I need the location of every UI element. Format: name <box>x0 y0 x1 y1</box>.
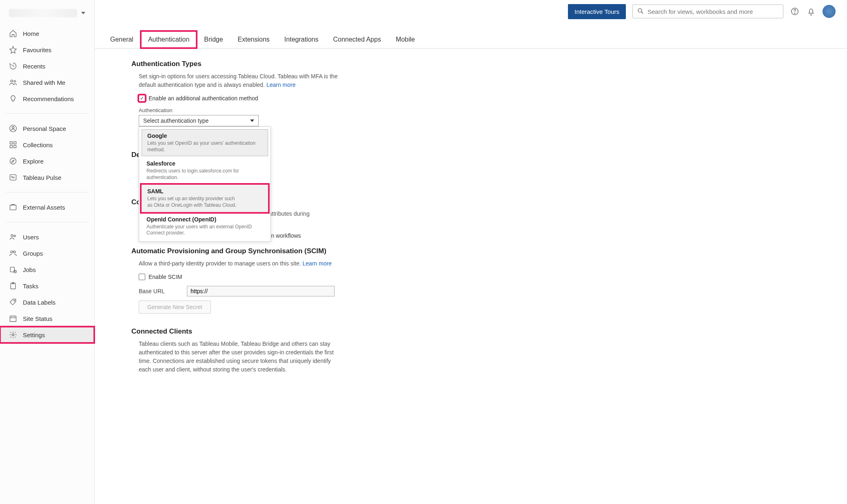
pulse-icon <box>9 173 17 181</box>
enable-scim-checkbox[interactable] <box>139 274 145 280</box>
sidebar-item-label: Recommendations <box>23 95 74 102</box>
tab-general[interactable]: General <box>103 31 141 48</box>
interactive-tours-button[interactable]: Interactive Tours <box>568 4 626 19</box>
enable-scim-label: Enable SCIM <box>149 274 182 280</box>
sidebar-item-shared[interactable]: Shared with Me <box>0 74 94 91</box>
auth-select-box[interactable]: Select authentication type <box>139 115 259 126</box>
divider <box>6 113 89 114</box>
enable-additional-auth-checkbox[interactable] <box>139 95 145 102</box>
connected-clients-desc: Tableau clients such as Tableau Mobile, … <box>139 340 339 374</box>
user-avatar[interactable] <box>823 5 836 18</box>
sidebar-item-label: External Assets <box>23 204 65 211</box>
auth-option-salesforce[interactable]: Salesforce Redirects users to login.sale… <box>141 157 269 184</box>
sidebar-item-label: Favourites <box>23 46 51 53</box>
base-url-row: Base URL <box>139 286 454 296</box>
auth-option-desc: Authenticate your users with an external… <box>146 224 253 237</box>
auth-option-saml[interactable]: SAML Lets you set up an identity provide… <box>142 185 268 212</box>
enable-scim-row: Enable SCIM <box>139 274 454 280</box>
search-icon <box>637 7 644 16</box>
search-box[interactable] <box>632 4 783 18</box>
sidebar-item-label: Tasks <box>23 283 38 290</box>
auth-option-title: Google <box>147 133 262 139</box>
svg-point-8 <box>10 158 16 164</box>
notifications-icon[interactable] <box>806 7 816 16</box>
sidebar-item-data-labels[interactable]: Data Labels <box>0 294 94 310</box>
sidebar-item-label: Data Labels <box>23 299 55 306</box>
auth-select-value: Select authentication type <box>143 117 208 124</box>
svg-point-14 <box>13 251 16 253</box>
svg-point-12 <box>14 235 16 237</box>
auth-option-google[interactable]: Google Lets you set OpenID as your users… <box>142 129 268 156</box>
sidebar-item-site-status[interactable]: Site Status <box>0 310 94 327</box>
svg-point-19 <box>14 300 15 301</box>
sidebar-item-explore[interactable]: Explore <box>0 153 94 169</box>
auth-option-title: OpenId Connect (OpenID) <box>146 216 263 223</box>
divider <box>6 222 89 222</box>
sidebar-item-tasks[interactable]: Tasks <box>0 278 94 294</box>
sidebar-item-label: Recents <box>23 63 45 70</box>
divider <box>6 192 89 192</box>
site-name-redacted <box>9 9 77 17</box>
tab-connected-apps[interactable]: Connected Apps <box>326 31 388 48</box>
auth-option-desc: Lets you set up an identity provider suc… <box>147 196 241 208</box>
collections-icon <box>9 141 17 149</box>
chevron-down-icon <box>250 119 254 122</box>
sidebar-item-recents[interactable]: Recents <box>0 58 94 74</box>
auth-select[interactable]: Select authentication type Google Lets y… <box>139 115 259 126</box>
learn-more-link[interactable]: Learn more <box>303 260 332 267</box>
jobs-icon <box>9 265 17 274</box>
shared-icon <box>9 78 17 86</box>
sidebar-item-settings[interactable]: Settings <box>0 327 94 343</box>
groups-icon <box>9 249 17 257</box>
recents-icon <box>9 62 17 70</box>
sidebar-item-favourites[interactable]: Favourites <box>0 42 94 58</box>
enable-additional-auth-label: Enable an additional authentication meth… <box>149 95 258 102</box>
sidebar-item-label: Tableau Pulse <box>23 174 61 181</box>
sidebar-item-collections[interactable]: Collections <box>0 137 94 153</box>
auth-option-openid[interactable]: OpenId Connect (OpenID) Authenticate you… <box>141 213 269 240</box>
sidebar-item-personal-space[interactable]: Personal Space <box>0 120 94 137</box>
enable-additional-auth-row: Enable an additional authentication meth… <box>139 95 454 102</box>
sidebar-item-label: Shared with Me <box>23 79 65 86</box>
svg-point-1 <box>14 80 16 82</box>
clipboard-icon <box>9 282 17 290</box>
sidebar-nav-external: External Assets <box>0 197 94 218</box>
sidebar-item-label: Settings <box>23 332 45 338</box>
site-switcher[interactable] <box>0 0 94 23</box>
base-url-input[interactable] <box>187 286 335 296</box>
sidebar-item-users[interactable]: Users <box>0 229 94 245</box>
auth-types-desc: Set sign-in options for users accessing … <box>139 72 351 89</box>
users-icon <box>9 233 17 241</box>
sidebar-item-pulse[interactable]: Tableau Pulse <box>0 169 94 186</box>
help-icon[interactable] <box>790 7 800 16</box>
svg-rect-20 <box>10 316 16 321</box>
svg-point-22 <box>638 9 642 12</box>
sidebar-item-groups[interactable]: Groups <box>0 245 94 261</box>
connected-clients-heading: Connected Clients <box>131 327 454 336</box>
svg-point-21 <box>12 334 14 336</box>
learn-more-link[interactable]: Learn more <box>266 82 296 88</box>
auth-select-label: Authentication <box>139 107 454 113</box>
sidebar: Home Favourites Recents Shared with Me R… <box>0 0 95 504</box>
sidebar-item-home[interactable]: Home <box>0 25 94 42</box>
sidebar-item-label: Site Status <box>23 315 53 322</box>
tab-authentication[interactable]: Authentication <box>141 31 197 48</box>
sidebar-item-jobs[interactable]: Jobs <box>0 261 94 278</box>
tab-mobile[interactable]: Mobile <box>388 31 422 48</box>
star-icon <box>9 46 17 54</box>
topbar: Interactive Tours <box>95 0 847 23</box>
sidebar-item-label: Collections <box>23 141 53 148</box>
svg-rect-10 <box>10 205 16 210</box>
tab-integrations[interactable]: Integrations <box>277 31 326 48</box>
chevron-down-icon <box>81 12 85 14</box>
tab-extensions[interactable]: Extensions <box>231 31 277 48</box>
sidebar-item-recommendations[interactable]: Recommendations <box>0 91 94 107</box>
sidebar-item-external-assets[interactable]: External Assets <box>0 199 94 215</box>
sidebar-nav-workspace: Personal Space Collections Explore Table… <box>0 118 94 188</box>
generate-secret-button: Generate New Secret <box>139 301 211 314</box>
base-url-label: Base URL <box>139 288 171 294</box>
sidebar-item-label: Personal Space <box>23 125 66 132</box>
bulb-icon <box>9 95 17 103</box>
tab-bridge[interactable]: Bridge <box>197 31 230 48</box>
search-input[interactable] <box>647 8 779 15</box>
